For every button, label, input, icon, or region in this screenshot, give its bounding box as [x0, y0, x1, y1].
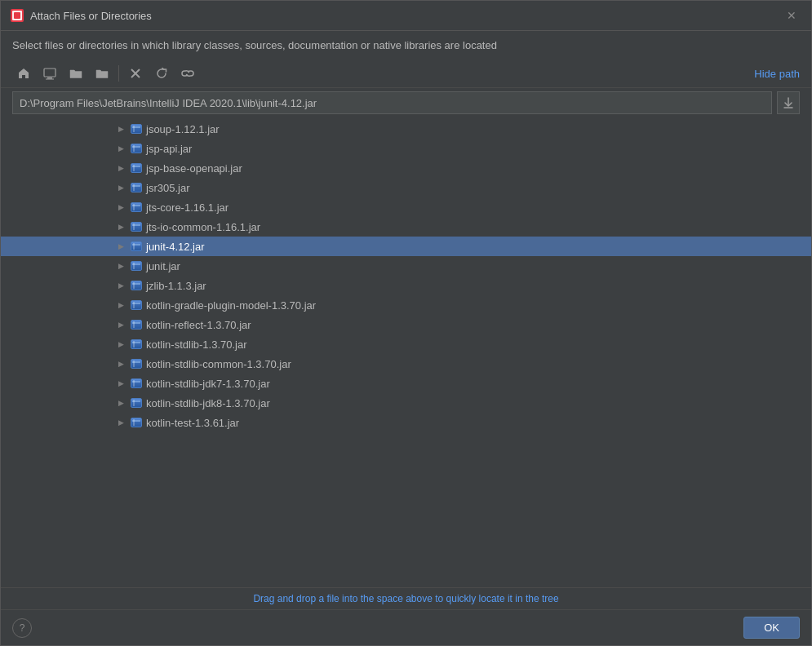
bottom-bar: ? OK	[1, 609, 811, 645]
home-button[interactable]	[12, 63, 35, 84]
item-name: junit-4.12.jar	[146, 241, 205, 253]
expand-arrow-icon: ▶	[115, 143, 126, 154]
jar-icon	[130, 240, 143, 253]
dialog-title: Attach Files or Directories	[30, 10, 775, 22]
item-name: jsr305.jar	[146, 182, 189, 194]
tree-item[interactable]: ▶ jts-core-1.16.1.jar	[1, 197, 811, 217]
tree-item[interactable]: ▶ junit-4.12.jar	[1, 237, 811, 256]
expand-arrow-icon: ▶	[115, 241, 126, 252]
expand-arrow-icon: ▶	[115, 221, 126, 232]
jar-icon	[130, 201, 143, 214]
drag-hint: Drag and drop a file into the space abov…	[1, 587, 811, 609]
tree-item[interactable]: ▶ kotlin-test-1.3.61.jar	[1, 413, 811, 432]
path-action-button[interactable]	[777, 91, 800, 114]
item-name: kotlin-stdlib-jdk7-1.3.70.jar	[146, 378, 270, 390]
item-name: kotlin-stdlib-jdk8-1.3.70.jar	[146, 397, 270, 409]
expand-arrow-icon: ▶	[115, 417, 126, 428]
item-name: jsp-base-openapi.jar	[146, 162, 242, 175]
title-bar: Attach Files or Directories ✕	[1, 1, 811, 31]
expand-arrow-icon: ▶	[115, 397, 126, 409]
jar-icon	[130, 181, 143, 194]
item-name: jzlib-1.1.3.jar	[146, 280, 206, 292]
hide-path-button[interactable]: Hide path	[754, 68, 800, 80]
jar-icon	[130, 162, 143, 175]
jar-icon	[130, 416, 143, 429]
help-button[interactable]: ?	[12, 618, 32, 638]
expand-arrow-icon: ▶	[115, 338, 126, 350]
expand-arrow-icon: ▶	[115, 358, 126, 369]
file-tree[interactable]: ▶ jsoup-1.12.1.jar ▶ jsp-api.jar ▶ jsp-b…	[1, 117, 811, 587]
tree-item[interactable]: ▶ kotlin-stdlib-jdk8-1.3.70.jar	[1, 393, 811, 413]
attach-files-dialog: Attach Files or Directories ✕ Select fil…	[0, 0, 812, 646]
expand-arrow-icon: ▶	[115, 299, 126, 311]
expand-arrow-icon: ▶	[115, 319, 126, 330]
jar-icon	[130, 338, 143, 351]
jar-icon	[130, 396, 143, 409]
toolbar-divider	[118, 65, 119, 82]
drag-hint-prefix: Drag and drop a file into the space abov…	[253, 593, 508, 604]
tree-item[interactable]: ▶ jts-io-common-1.16.1.jar	[1, 217, 811, 237]
expand-arrow-icon: ▶	[115, 182, 126, 193]
jar-icon	[130, 357, 143, 370]
item-name: jsp-api.jar	[146, 143, 192, 155]
expand-arrow-icon: ▶	[115, 123, 126, 135]
item-name: kotlin-stdlib-common-1.3.70.jar	[146, 358, 291, 370]
computer-button[interactable]	[38, 63, 61, 84]
app-icon	[11, 9, 24, 22]
toolbar: + Hide path	[1, 60, 811, 88]
tree-item[interactable]: ▶ jsp-api.jar	[1, 139, 811, 158]
svg-rect-4	[47, 77, 52, 79]
item-name: kotlin-test-1.3.61.jar	[146, 417, 239, 429]
item-name: junit.jar	[146, 260, 180, 272]
open-folder-button[interactable]	[64, 63, 87, 84]
tree-item[interactable]: ▶ jsoup-1.12.1.jar	[1, 119, 811, 139]
tree-item[interactable]: ▶ kotlin-stdlib-jdk7-1.3.70.jar	[1, 374, 811, 393]
ok-button[interactable]: OK	[743, 617, 800, 639]
jar-icon	[130, 142, 143, 155]
tree-item[interactable]: ▶ jsp-base-openapi.jar	[1, 158, 811, 178]
tree-item[interactable]: ▶ kotlin-stdlib-1.3.70.jar	[1, 334, 811, 354]
svg-rect-2	[14, 12, 20, 19]
tree-item[interactable]: ▶ kotlin-reflect-1.3.70.jar	[1, 315, 811, 334]
jar-icon	[130, 279, 143, 292]
close-button[interactable]: ✕	[782, 7, 801, 24]
jar-icon	[130, 122, 143, 135]
path-input[interactable]	[12, 91, 772, 114]
expand-arrow-icon: ▶	[115, 260, 126, 272]
tree-item[interactable]: ▶ jzlib-1.1.3.jar	[1, 276, 811, 295]
jar-icon	[130, 220, 143, 233]
tree-item[interactable]: ▶ kotlin-gradle-plugin-model-1.3.70.jar	[1, 295, 811, 315]
path-row	[1, 88, 811, 117]
item-name: kotlin-reflect-1.3.70.jar	[146, 319, 251, 331]
expand-arrow-icon: ▶	[115, 162, 126, 174]
expand-arrow-icon: ▶	[115, 280, 126, 291]
jar-icon	[130, 377, 143, 390]
expand-arrow-icon: ▶	[115, 201, 126, 213]
drag-hint-suffix: in the tree	[512, 593, 559, 604]
expand-arrow-icon: ▶	[115, 378, 126, 389]
refresh-button[interactable]	[150, 63, 173, 84]
new-folder-button[interactable]: +	[91, 63, 113, 84]
item-name: jts-io-common-1.16.1.jar	[146, 221, 260, 233]
item-name: kotlin-gradle-plugin-model-1.3.70.jar	[146, 299, 316, 312]
jar-icon	[130, 318, 143, 331]
jar-icon	[130, 259, 143, 272]
svg-rect-5	[46, 79, 54, 80]
tree-item[interactable]: ▶ junit.jar	[1, 256, 811, 276]
tree-item[interactable]: ▶ jsr305.jar	[1, 178, 811, 197]
item-name: kotlin-stdlib-1.3.70.jar	[146, 338, 247, 351]
dialog-subtitle: Select files or directories in which lib…	[1, 31, 811, 60]
jar-icon	[130, 299, 143, 312]
remove-button[interactable]	[124, 63, 147, 84]
item-name: jts-core-1.16.1.jar	[146, 201, 229, 214]
svg-text:+: +	[100, 71, 104, 77]
item-name: jsoup-1.12.1.jar	[146, 123, 220, 135]
tree-item[interactable]: ▶ kotlin-stdlib-common-1.3.70.jar	[1, 354, 811, 374]
link-button[interactable]	[176, 63, 199, 84]
svg-rect-3	[44, 69, 55, 77]
